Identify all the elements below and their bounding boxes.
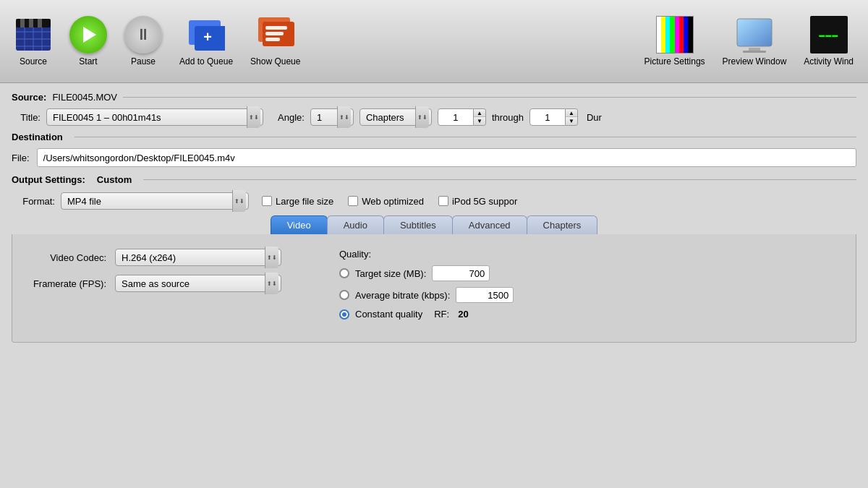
pause-icon xyxy=(124,16,162,53)
tab-chapters[interactable]: Chapters xyxy=(527,215,598,234)
file-input[interactable] xyxy=(37,148,856,167)
activity-window-label: Activity Wind xyxy=(804,56,854,67)
picture-settings-label: Picture Settings xyxy=(644,56,705,67)
add-queue-button[interactable]: + Add to Queue xyxy=(172,13,240,69)
title-select[interactable]: FILE0045 1 – 00h01m41s xyxy=(46,108,263,126)
target-size-label: Target size (MB): xyxy=(355,268,426,279)
svg-rect-16 xyxy=(265,26,287,30)
ipod-label: iPod 5G suppor xyxy=(452,196,517,207)
framerate-row: Framerate (FPS): Same as source xyxy=(27,275,281,292)
pause-button[interactable]: Pause xyxy=(117,13,169,69)
avg-bitrate-label: Average bitrate (kbps): xyxy=(355,290,450,301)
ipod-checkbox-item[interactable]: iPod 5G suppor xyxy=(438,196,517,207)
destination-divider xyxy=(75,137,856,137)
add-queue-icon: + xyxy=(187,16,225,53)
svg-rect-17 xyxy=(265,32,284,35)
chapters-select[interactable]: Chapters xyxy=(359,108,432,126)
through-label: through xyxy=(492,112,524,123)
web-optimized-label: Web optimized xyxy=(362,196,424,207)
source-icon xyxy=(14,16,52,53)
avg-bitrate-row: Average bitrate (kbps): xyxy=(339,287,514,303)
svg-rect-18 xyxy=(265,38,280,41)
show-queue-button[interactable]: Show Queue xyxy=(243,13,307,69)
pause-label: Pause xyxy=(131,56,156,67)
source-label: Source xyxy=(20,56,47,67)
angle-field-label: Angle: xyxy=(278,112,305,123)
web-optimized-checkbox[interactable] xyxy=(348,196,358,206)
activity-window-button[interactable]: Activity Wind xyxy=(796,13,861,69)
checkboxes-row: Large file size Web optimized iPod 5G su… xyxy=(262,196,517,207)
large-file-checkbox[interactable] xyxy=(262,196,272,206)
show-queue-icon xyxy=(257,16,294,53)
start-button[interactable]: Start xyxy=(62,13,114,69)
toolbar: Source Start Pause + Add to Queue xyxy=(0,0,868,83)
web-optimized-checkbox-item[interactable]: Web optimized xyxy=(348,196,424,207)
start-icon xyxy=(69,16,107,53)
ipod-checkbox[interactable] xyxy=(438,196,448,206)
chapter-from-up[interactable]: ▲ xyxy=(474,109,485,117)
svg-rect-4 xyxy=(38,19,42,27)
destination-row: Destination xyxy=(12,132,856,142)
chapter-to-stepper-btns: ▲ ▼ xyxy=(566,108,578,126)
source-section-label: Source: xyxy=(12,92,46,103)
add-queue-label: Add to Queue xyxy=(179,56,233,67)
custom-label: Custom xyxy=(97,174,132,185)
constant-quality-radio[interactable] xyxy=(339,309,349,320)
chapter-from-stepper: ▲ ▼ xyxy=(438,108,486,126)
output-settings-row: Output Settings: Custom xyxy=(12,174,856,185)
start-label: Start xyxy=(79,56,97,67)
quality-label: Quality: xyxy=(339,249,379,260)
picture-settings-icon xyxy=(656,16,694,53)
large-file-checkbox-item[interactable]: Large file size xyxy=(262,196,333,207)
chapter-from-stepper-btns: ▲ ▼ xyxy=(474,108,486,126)
output-settings-label: Output Settings: xyxy=(12,174,85,185)
svg-rect-2 xyxy=(20,19,25,27)
chapter-to-down[interactable]: ▼ xyxy=(566,117,577,125)
avg-bitrate-input[interactable] xyxy=(456,287,514,303)
svg-text:+: + xyxy=(203,29,212,45)
codec-label: Video Codec: xyxy=(27,252,106,263)
angle-select-wrapper: 1 xyxy=(310,108,354,126)
main-content: Source: FILE0045.MOV Title: FILE0045 1 –… xyxy=(0,83,868,488)
destination-label: Destination xyxy=(12,132,63,142)
codec-framerate-section: Video Codec: H.264 (x264) Framerate (FPS… xyxy=(27,249,281,325)
picture-settings-button[interactable]: Picture Settings xyxy=(637,13,712,69)
preview-window-button[interactable]: Preview Window xyxy=(715,13,794,69)
constant-quality-row: Constant quality RF: 20 xyxy=(339,309,514,320)
codec-select[interactable]: H.264 (x264) xyxy=(115,249,281,266)
source-button[interactable]: Source xyxy=(7,13,59,69)
title-row: Title: FILE0045 1 – 00h01m41s Angle: 1 C… xyxy=(12,108,856,126)
chapter-from-down[interactable]: ▼ xyxy=(474,117,485,125)
tab-audio[interactable]: Audio xyxy=(327,215,384,234)
chapter-to-up[interactable]: ▲ xyxy=(566,109,577,117)
quality-header-row: Quality: xyxy=(339,249,514,260)
tab-subtitles[interactable]: Subtitles xyxy=(383,215,453,234)
file-row: File: xyxy=(12,148,856,167)
large-file-label: Large file size xyxy=(276,196,333,207)
rf-label: RF: xyxy=(434,309,449,320)
chapter-to-input[interactable] xyxy=(529,108,566,126)
codec-row: Video Codec: H.264 (x264) xyxy=(27,249,281,266)
svg-rect-3 xyxy=(29,19,33,27)
title-field-label: Title: xyxy=(12,112,41,123)
tab-panel-video: Video Codec: H.264 (x264) Framerate (FPS… xyxy=(12,234,856,343)
rf-value: 20 xyxy=(458,309,468,320)
source-divider xyxy=(123,97,856,98)
chapter-to-stepper: ▲ ▼ xyxy=(529,108,578,126)
preview-window-label: Preview Window xyxy=(723,56,787,67)
fps-select[interactable]: Same as source xyxy=(115,275,281,292)
tab-video[interactable]: Video xyxy=(271,215,328,234)
tab-advanced[interactable]: Advanced xyxy=(452,215,527,234)
svg-rect-21 xyxy=(743,51,766,53)
chapter-from-input[interactable] xyxy=(438,108,474,126)
target-size-radio[interactable] xyxy=(339,268,349,278)
chapters-select-wrapper: Chapters xyxy=(359,108,432,126)
target-size-input[interactable] xyxy=(432,265,490,281)
angle-select[interactable]: 1 xyxy=(310,108,354,126)
format-select-wrapper: MP4 file xyxy=(61,192,249,210)
format-select[interactable]: MP4 file xyxy=(61,192,249,210)
avg-bitrate-radio[interactable] xyxy=(339,290,349,300)
preview-window-icon xyxy=(736,16,773,53)
source-row: Source: FILE0045.MOV xyxy=(12,92,856,103)
show-queue-label: Show Queue xyxy=(250,56,300,67)
